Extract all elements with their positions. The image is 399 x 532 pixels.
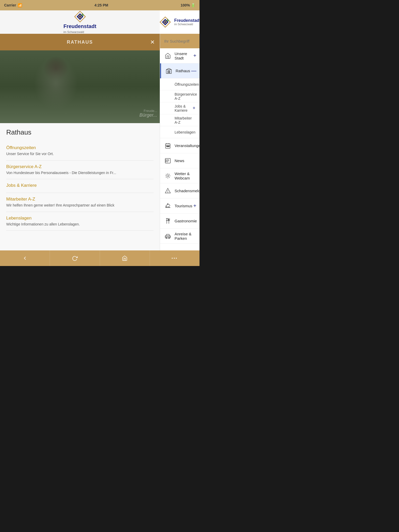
nav-label-anreise: Anreise & Parken: [175, 232, 196, 241]
nav-sub-jobs[interactable]: Jobs & Karriere +: [160, 102, 200, 114]
status-time: 4:25 PM: [95, 3, 108, 7]
nav-label-veranstaltungen: Veranstaltungen: [175, 143, 200, 148]
warning-icon: [163, 186, 172, 196]
building-icon: [164, 66, 174, 76]
page-title: Rathaus: [6, 128, 154, 136]
nav-item-gastronomie[interactable]: Gastronomie: [160, 214, 200, 229]
expand-icon-jobs: +: [192, 105, 195, 111]
item-desc-4: Wir helfen Ihnen gerne weiter! Ihre Ansp…: [6, 203, 154, 208]
nav-item-news[interactable]: News: [160, 153, 200, 168]
nav-sub-burgerservice[interactable]: Bürgerservice A-Z: [160, 90, 200, 102]
logo-diamond-left: [73, 10, 87, 23]
list-item[interactable]: Lebenslagen Wichtige Informationen zu al…: [6, 212, 154, 231]
svg-point-10: [164, 21, 166, 23]
navbar: RATHAUS ×: [0, 34, 160, 50]
car-icon: [163, 231, 172, 241]
sub-label-offnungszeiten: Öffnungszeiten: [175, 82, 199, 87]
item-desc-1: Unser Service für Sie vor Ort.: [6, 151, 154, 157]
nav-item-rathaus[interactable]: Rathaus —: [160, 63, 200, 78]
collapse-icon-rathaus: —: [191, 68, 196, 74]
home-button[interactable]: [100, 250, 150, 266]
search-bar[interactable]: ○: [160, 34, 200, 48]
nav-sub-offnungszeiten[interactable]: Öffnungszeiten: [160, 78, 200, 90]
status-right: 100% 🔋: [181, 3, 195, 7]
nav-label-wetter: Wetter & Webcam: [175, 171, 196, 180]
logo-text-right: Freudenstadt im Schwarzwald: [174, 18, 200, 26]
refresh-button[interactable]: [50, 250, 100, 266]
battery-label: 100%: [181, 3, 190, 7]
nav-item-unsere-stadt[interactable]: Unsere Stadt +: [160, 48, 200, 63]
food-icon: [163, 216, 172, 226]
svg-line-34: [169, 174, 170, 174]
close-button[interactable]: ×: [150, 38, 155, 46]
nav-item-tourismus[interactable]: Tourismus +: [160, 198, 200, 214]
svg-line-33: [169, 177, 170, 177]
tourism-icon: [163, 201, 172, 211]
back-button[interactable]: [0, 250, 50, 266]
battery-icon: 🔋: [191, 3, 195, 7]
sub-label-mitarbeiter: Mitarbeiter A-Z: [175, 116, 195, 124]
hero-image: Freude... Bürger...: [0, 50, 160, 123]
item-title-1: Öffnungszeiten: [6, 145, 154, 150]
item-desc-5: Wichtige Informationen zu allen Lebensla…: [6, 222, 154, 227]
list-item[interactable]: Bürgerservice A-Z Von Hundesteuer bis Pe…: [6, 161, 154, 179]
svg-rect-20: [167, 146, 167, 147]
header-right: Freudenstadt im Schwarzwald: [160, 10, 200, 34]
more-button[interactable]: •••: [150, 250, 200, 266]
svg-rect-21: [168, 146, 168, 147]
nav-label-gastronomie: Gastronomie: [175, 219, 197, 223]
content-list: Rathaus Öffnungszeiten Unser Service für…: [0, 123, 160, 256]
left-panel: RATHAUS × Freude... Bürger... Rathaus Öf…: [0, 34, 160, 256]
search-input[interactable]: [164, 39, 200, 43]
calendar-icon: [163, 141, 172, 150]
item-title-5: Lebenslagen: [6, 216, 154, 221]
svg-rect-22: [169, 146, 169, 147]
nav-label-unsere-stadt: Unsere Stadt: [175, 51, 193, 60]
expand-icon-tourismus: +: [193, 203, 196, 209]
status-bar: Carrier 📶 4:25 PM 100% 🔋: [0, 0, 200, 10]
home-icon: [163, 51, 172, 61]
item-title-2: Bürgerservice A-Z: [6, 164, 154, 169]
list-item[interactable]: Jobs & Karriere: [6, 179, 154, 193]
hero-overlay-text: Bürger...: [139, 112, 157, 118]
logo-right: Freudenstadt im Schwarzwald: [159, 16, 200, 29]
header: Freudenstadt im Schwarzwald Freudenstadt: [0, 10, 200, 34]
main-container: Freudenstadt im Schwarzwald Freudenstadt: [0, 10, 200, 256]
item-title-4: Mitarbeiter A-Z: [6, 197, 154, 202]
logo-title-left: Freudenstadt im Schwarzwald: [63, 23, 96, 34]
status-left: Carrier 📶: [4, 3, 22, 7]
hero-person: [0, 50, 160, 123]
expand-icon-unsere-stadt: +: [193, 53, 196, 59]
nav-label-news: News: [175, 158, 196, 163]
item-title-3: Jobs & Karriere: [6, 183, 154, 188]
news-icon: [163, 156, 172, 165]
item-desc-2: Von Hundesteuer bis Personalausweis - Di…: [6, 170, 154, 176]
list-item[interactable]: Mitarbeiter A-Z Wir helfen Ihnen gerne w…: [6, 193, 154, 212]
hero-brand: Freude...: [144, 109, 157, 113]
nav-item-veranstaltungen[interactable]: Veranstaltungen: [160, 138, 200, 153]
content-area: RATHAUS × Freude... Bürger... Rathaus Öf…: [0, 34, 200, 256]
sub-label-jobs: Jobs & Karriere: [175, 104, 192, 112]
wifi-icon: 📶: [18, 3, 22, 7]
svg-point-27: [167, 175, 169, 177]
nav-item-wetter[interactable]: Wetter & Webcam: [160, 168, 200, 183]
navbar-title: RATHAUS: [67, 39, 93, 45]
svg-line-32: [166, 174, 167, 174]
svg-line-35: [166, 177, 167, 177]
svg-rect-13: [168, 71, 169, 73]
nav-label-rathaus: Rathaus: [176, 69, 191, 73]
right-panel: ○ Unsere Stadt +: [160, 34, 200, 256]
nav-item-anreise[interactable]: Anreise & Parken: [160, 229, 200, 244]
nav-sub-lebenslagen[interactable]: Lebenslagen: [160, 126, 200, 138]
nav-item-schadensmelder[interactable]: Schadensmelder: [160, 183, 200, 198]
logo-text-left: Freudenstadt im Schwarzwald: [63, 10, 96, 34]
nav-sub-mitarbeiter[interactable]: Mitarbeiter A-Z: [160, 114, 200, 126]
logo-diamond-right: [159, 16, 172, 29]
sub-label-burgerservice: Bürgerservice A-Z: [175, 92, 197, 101]
svg-point-38: [168, 192, 168, 192]
list-item[interactable]: Öffnungszeiten Unser Service für Sie vor…: [6, 142, 154, 161]
bottom-toolbar: •••: [0, 250, 200, 266]
sun-icon: [163, 171, 172, 181]
header-left: Freudenstadt im Schwarzwald: [0, 10, 160, 34]
nav-label-tourismus: Tourismus: [175, 204, 193, 208]
